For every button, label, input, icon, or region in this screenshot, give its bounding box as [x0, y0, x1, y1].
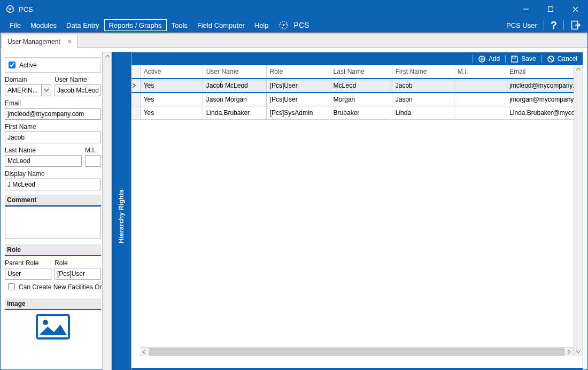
col-header[interactable]: Last Name: [330, 65, 392, 79]
users-grid[interactable]: ActiveUser NameRoleLast NameFirst NameM.…: [131, 65, 583, 368]
right-panel: Add Save Cancel ActiveUser NameRoleLast …: [131, 52, 583, 370]
svg-point-1: [9, 8, 11, 10]
display-field[interactable]: [5, 179, 101, 190]
image-header: Image: [5, 298, 101, 310]
mi-label: M.I.: [85, 147, 101, 154]
lastname-label: Last Name: [5, 147, 82, 154]
parent-role-label: Parent Role: [5, 259, 51, 267]
scroll-thumb[interactable]: [149, 348, 564, 356]
lastname-field[interactable]: [5, 155, 82, 167]
grid-toolbar: Add Save Cancel: [131, 52, 583, 65]
svg-line-23: [548, 57, 553, 61]
splitter-label: Hierarchy Rights: [118, 189, 125, 243]
col-header[interactable]: Email: [506, 65, 575, 79]
logout-icon[interactable]: [570, 20, 581, 30]
menu-bar: FileModulesData EntryReports / GraphsToo…: [1, 18, 587, 33]
divider: [544, 20, 544, 30]
parent-role-field[interactable]: [5, 268, 51, 280]
scroll-up-icon[interactable]: [103, 52, 111, 61]
firstname-label: First Name: [5, 123, 101, 130]
table-row[interactable]: YesJason Morgan[Pcs]UserMorganJasonjmorg…: [132, 92, 575, 106]
svg-point-3: [12, 7, 13, 9]
menu-help[interactable]: Help: [250, 19, 274, 31]
menu-file[interactable]: File: [5, 19, 26, 31]
left-panel: Active Domain User Name: [5, 52, 112, 370]
row-indicator: [132, 79, 141, 92]
minimize-button[interactable]: [514, 1, 538, 18]
menu-field-computer[interactable]: Field Computer: [192, 19, 250, 31]
domain-label: Domain: [5, 76, 51, 83]
active-label: Active: [19, 61, 37, 69]
username-field[interactable]: [55, 84, 101, 96]
scroll-up-icon[interactable]: [574, 65, 583, 74]
content-area: Active Domain User Name: [1, 48, 587, 370]
display-label: Display Name: [5, 170, 101, 178]
cancreate-label: Can Create New Facilities On: [19, 283, 103, 291]
domain-dropdown-icon[interactable]: [42, 84, 51, 96]
menu-tools[interactable]: Tools: [167, 19, 192, 31]
role-label: Role: [55, 259, 101, 267]
left-scrollbar[interactable]: [103, 52, 112, 370]
svg-point-13: [282, 27, 283, 28]
tab-user-management[interactable]: User Management ×: [2, 35, 78, 48]
divider: [563, 20, 564, 30]
grid-horizontal-scrollbar[interactable]: [140, 347, 574, 356]
svg-point-11: [281, 24, 282, 25]
current-user[interactable]: PCS User: [506, 21, 537, 29]
help-icon[interactable]: ?: [551, 19, 557, 32]
svg-rect-6: [548, 7, 553, 12]
add-button[interactable]: Add: [478, 55, 500, 63]
email-label: Email: [5, 99, 101, 107]
username-label: User Name: [55, 76, 101, 83]
tab-label: User Management: [7, 38, 60, 45]
center-badge: PCS: [294, 21, 310, 29]
user-form: Active Domain User Name: [5, 52, 103, 370]
active-checkbox[interactable]: [9, 61, 16, 68]
table-row[interactable]: YesJacob McLeod[Pcs]UserMcLeodJacobjmcle…: [132, 79, 575, 92]
tab-close-icon[interactable]: ×: [68, 38, 72, 45]
scroll-down-icon[interactable]: [574, 348, 583, 356]
menu-modules[interactable]: Modules: [26, 19, 61, 31]
mi-field[interactable]: [85, 155, 101, 167]
svg-point-10: [283, 24, 285, 26]
domain-field[interactable]: [5, 84, 42, 96]
col-header[interactable]: M.I.: [454, 65, 506, 79]
app-window: PCS FileModulesData EntryReports / Graph…: [0, 0, 588, 370]
table-row[interactable]: YesLinda.Brubaker[Pcs]SysAdminBrubakerLi…: [132, 106, 575, 120]
tab-bar: User Management ×: [1, 34, 587, 48]
comment-field[interactable]: [5, 206, 101, 238]
menu-data-entry[interactable]: Data Entry: [61, 19, 104, 31]
scroll-right-icon[interactable]: [565, 350, 574, 354]
svg-point-4: [9, 11, 10, 12]
maximize-button[interactable]: [538, 1, 563, 18]
firstname-field[interactable]: [5, 132, 101, 143]
svg-point-12: [286, 24, 287, 25]
cancel-button[interactable]: Cancel: [547, 55, 577, 63]
image-placeholder-icon[interactable]: [32, 313, 74, 340]
cancreate-checkbox[interactable]: [8, 283, 15, 290]
grid-vertical-scrollbar[interactable]: [574, 65, 583, 356]
row-indicator: [132, 92, 141, 106]
col-header[interactable]: First Name: [392, 65, 454, 79]
grid-status-bar: Row Count: 3: [131, 368, 583, 370]
col-header[interactable]: Role: [266, 65, 330, 79]
app-title: PCS: [19, 5, 33, 13]
center-logo-icon: [279, 20, 289, 30]
row-indicator: [132, 106, 141, 120]
role-header: Role: [5, 244, 101, 256]
menu-reports-graphs[interactable]: Reports / Graphs: [104, 19, 167, 31]
email-field[interactable]: [5, 108, 101, 120]
comment-header: Comment: [5, 195, 101, 206]
hierarchy-splitter[interactable]: Hierarchy Rights: [112, 52, 131, 370]
title-bar: PCS: [1, 1, 587, 18]
col-header[interactable]: User Name: [203, 65, 266, 79]
col-header[interactable]: Active: [140, 65, 203, 79]
svg-point-17: [43, 320, 48, 325]
save-button[interactable]: Save: [511, 55, 536, 63]
role-field[interactable]: [55, 268, 101, 280]
app-icon: [6, 5, 14, 13]
scroll-left-icon[interactable]: [140, 350, 149, 354]
close-button[interactable]: [563, 1, 587, 18]
svg-point-2: [7, 7, 9, 9]
